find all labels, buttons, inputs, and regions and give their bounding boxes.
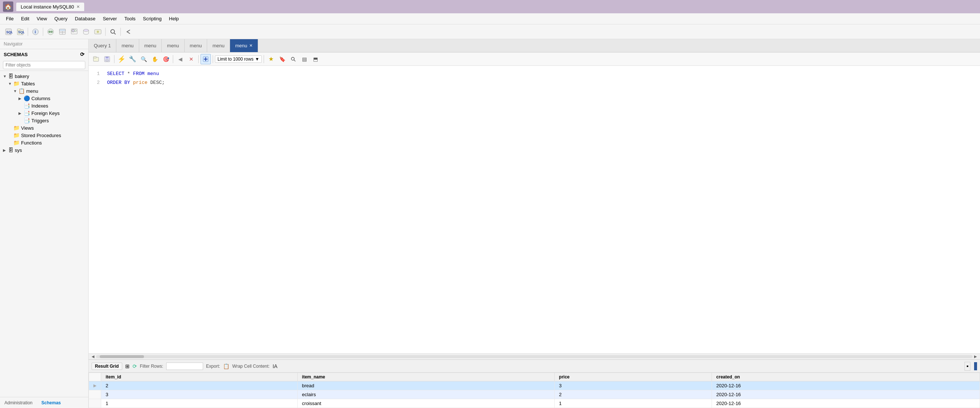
toolbar-info-icon[interactable]: i — [30, 26, 41, 37]
menu-view[interactable]: View — [33, 14, 50, 23]
filter-objects-input[interactable] — [3, 61, 85, 69]
open-file-btn[interactable] — [91, 54, 101, 64]
cell-created-on[interactable]: 2020-12-16 — [711, 381, 980, 390]
toolbar-search-icon[interactable] — [107, 26, 119, 37]
tree-item-foreignkeys[interactable]: ▶ 📑 Foreign Keys — [0, 109, 88, 117]
tree-item-views[interactable]: ▶ 📁 Views — [0, 124, 88, 132]
home-icon[interactable]: 🏠 — [3, 2, 13, 12]
wrap-icon[interactable]: IA — [272, 363, 277, 369]
save-btn[interactable] — [102, 54, 112, 64]
toolbar-admin-icon[interactable] — [92, 26, 103, 37]
bookmark-btn[interactable]: 🔖 — [277, 54, 287, 64]
cell-item-name[interactable]: croissant — [297, 399, 554, 408]
right-panel-icon[interactable] — [974, 362, 977, 370]
query-tab-menu3[interactable]: menu — [162, 39, 185, 52]
cell-created-on[interactable]: 2020-12-16 — [711, 399, 980, 408]
svg-point-21 — [111, 30, 115, 33]
tree-item-sys[interactable]: ▶ 🗄 sys — [0, 147, 88, 154]
cell-item-id[interactable]: 3 — [101, 390, 298, 399]
table-row[interactable]: 1 croissant 1 2020-12-16 — [89, 399, 980, 408]
title-tab-close-icon[interactable]: ✕ — [76, 5, 80, 9]
scroll-thumb[interactable] — [100, 355, 144, 358]
query-tab-close-icon[interactable]: ✕ — [249, 43, 253, 48]
title-tab[interactable]: Local instance MySQL80 ✕ — [16, 3, 84, 11]
col-item-id[interactable]: item_id — [101, 373, 298, 381]
toolbar-tables-icon[interactable] — [57, 26, 68, 37]
col-created-on[interactable]: created_on — [711, 373, 980, 381]
schemas-label: SCHEMAS — [4, 52, 28, 57]
cell-price[interactable]: 1 — [554, 399, 711, 408]
tree-item-bakery[interactable]: ▼ 🗄 bakery — [0, 72, 88, 80]
menu-file[interactable]: File — [3, 14, 17, 23]
menu-database[interactable]: Database — [72, 14, 99, 23]
toolbar-schema-icon[interactable] — [81, 26, 92, 37]
hand-btn[interactable]: ✋ — [150, 54, 160, 64]
table-row[interactable]: 3 eclairs 2 2020-12-16 — [89, 390, 980, 399]
scroll-right-icon[interactable]: ▶ — [973, 354, 978, 359]
search2-btn[interactable] — [288, 54, 298, 64]
cell-item-name[interactable]: bread — [297, 381, 554, 390]
tree-item-storedprocs[interactable]: ▶ 📁 Stored Procedures — [0, 132, 88, 139]
execute-btn[interactable]: ⚡ — [116, 54, 127, 64]
col-item-name[interactable]: item_name — [297, 373, 554, 381]
result-grid-btn[interactable]: Result Grid — [92, 363, 122, 370]
toolbar-new-sql-icon[interactable]: SQL — [3, 26, 14, 37]
query-tab-menu4[interactable]: menu — [185, 39, 207, 52]
limit-select[interactable]: Limit to 1000 rows ▼ — [215, 56, 262, 63]
star-btn[interactable]: ★ — [266, 54, 276, 64]
export2-btn[interactable]: ⬒ — [310, 54, 320, 64]
scroll-left-icon[interactable]: ◀ — [90, 354, 96, 359]
query-tab-menu5[interactable]: menu — [207, 39, 230, 52]
format-btn[interactable]: ▤ — [299, 54, 309, 64]
columns-icon: 🔵 — [24, 96, 30, 101]
explain-btn[interactable]: 🔧 — [127, 54, 138, 64]
toolbar-arrow-icon[interactable] — [123, 26, 134, 37]
stop-btn[interactable]: 🔍 — [138, 54, 149, 64]
toolbar-users-icon[interactable] — [69, 26, 80, 37]
query-tab-label: menu — [235, 43, 247, 48]
refresh-results-icon[interactable]: ⟳ — [132, 363, 137, 369]
filter-rows-input[interactable] — [166, 363, 203, 370]
tree-item-triggers[interactable]: ▶ 📑 Triggers — [0, 117, 88, 124]
toggle-btn[interactable] — [200, 54, 211, 64]
menu-edit[interactable]: Edit — [18, 14, 32, 23]
table-row[interactable]: ▶ 2 bread 3 2020-12-16 — [89, 381, 980, 390]
refresh-icon[interactable]: ⟳ — [80, 51, 84, 57]
cell-created-on[interactable]: 2020-12-16 — [711, 390, 980, 399]
query-tab-menu2[interactable]: menu — [139, 39, 162, 52]
grid-icon[interactable]: ⊞ — [125, 363, 130, 369]
nav-tab-administration[interactable]: Administration — [0, 398, 37, 408]
menu-help[interactable]: Help — [166, 14, 182, 23]
results-table-wrap[interactable]: item_id item_name price created_on ▶ 2 b… — [89, 373, 980, 408]
scroll-track[interactable] — [96, 355, 973, 358]
col-price[interactable]: price — [554, 373, 711, 381]
cell-price[interactable]: 2 — [554, 390, 711, 399]
toolbar-connect-icon[interactable] — [45, 26, 56, 37]
back-btn[interactable]: ◀ — [175, 54, 185, 64]
horizontal-scrollbar[interactable]: ◀ ▶ — [89, 354, 980, 360]
nav-tab-schemas[interactable]: Schemas — [37, 398, 65, 408]
snippet-btn[interactable]: 🎯 — [161, 54, 171, 64]
menu-server[interactable]: Server — [100, 14, 119, 23]
tree-item-tables[interactable]: ▼ 📁 Tables — [0, 80, 88, 87]
tree-item-indexes[interactable]: ▶ 📑 Indexes — [0, 102, 88, 109]
query-tab-menu1[interactable]: menu — [116, 39, 139, 52]
cell-item-id[interactable]: 2 — [101, 381, 298, 390]
panel-toggle-icon[interactable]: ▪ — [964, 362, 970, 371]
limit-select-label: Limit to 1000 rows — [218, 57, 253, 62]
menu-tools[interactable]: Tools — [121, 14, 138, 23]
toolbar-open-sql-icon[interactable]: SQL — [15, 26, 26, 37]
query-tab-query1[interactable]: Query 1 — [89, 39, 116, 52]
cell-item-id[interactable]: 1 — [101, 399, 298, 408]
export-icon[interactable]: 📋 — [223, 363, 229, 369]
query-tab-menu6[interactable]: menu ✕ — [230, 39, 258, 52]
cell-price[interactable]: 3 — [554, 381, 711, 390]
menu-scripting[interactable]: Scripting — [140, 14, 165, 23]
tree-item-columns[interactable]: ▶ 🔵 Columns — [0, 95, 88, 102]
sql-editor[interactable]: 1 SELECT * FROM menu 2 ORDER BY price DE… — [89, 66, 980, 354]
cell-item-name[interactable]: eclairs — [297, 390, 554, 399]
menu-query[interactable]: Query — [51, 14, 70, 23]
tree-item-menu[interactable]: ▼ 📋 menu — [0, 87, 88, 95]
stop-query-btn[interactable]: ✕ — [186, 54, 196, 64]
tree-item-functions[interactable]: ▶ 📁 Functions — [0, 139, 88, 147]
